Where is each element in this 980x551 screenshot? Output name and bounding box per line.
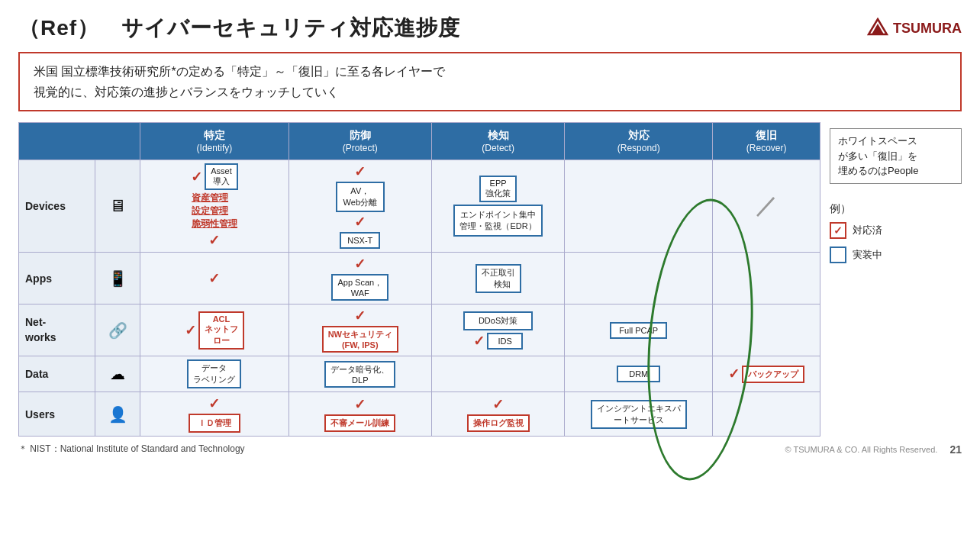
users-protect: ✓ 不審メール訓練 — [289, 392, 432, 437]
legend-title: 例） — [830, 202, 962, 216]
devices-icon: 🖥 — [95, 160, 140, 253]
users-detect: ✓ 操作ログ監視 — [432, 392, 565, 437]
header: （Ref） サイバーセキュリティ対応進捗度 TSUMURA — [18, 14, 962, 43]
legend-blue-label: 実装中 — [853, 248, 882, 262]
legend-blue-icon — [830, 246, 846, 263]
subtitle-line1: 米国 国立標準技術研究所*の定める「特定」～「復旧」に至る各レイヤーで — [34, 61, 946, 82]
data-label-box: データラベリング — [187, 359, 241, 388]
ddos-box: DDoS対策 — [463, 311, 533, 330]
futei-box: 不正取引 検知 — [475, 264, 521, 293]
devices-respond — [565, 160, 713, 253]
header-detect: 検知 (Detect) — [432, 123, 565, 160]
networks-identify: ✓ ACLネットフロー — [140, 304, 289, 356]
legend-section: 例） ✓ 対応済 実装中 — [830, 195, 962, 263]
logo: TSUMURA — [867, 18, 962, 39]
users-identify: ✓ ＩＤ管理 — [140, 392, 289, 437]
devices-protect: ✓ AV，Web分離 ✓ NSX-T — [289, 160, 432, 253]
apps-respond — [565, 253, 713, 304]
data-enc-box: データ暗号化、DLP — [324, 361, 395, 388]
table-row: Net-works 🔗 ✓ ACLネットフロー — [19, 304, 820, 356]
networks-protect: ✓ NWセキュリティ(FW, IPS) — [289, 304, 432, 356]
asset-box: Asset導入 — [205, 163, 238, 190]
devices-detect: EPP強化策 エンドポイント集中管理・監視（EDR） — [432, 160, 565, 253]
data-icon: ☁ — [95, 356, 140, 392]
av-box: AV，Web分離 — [336, 182, 385, 212]
devices-label: Devices — [19, 160, 95, 253]
oplog-box: 操作ログ監視 — [467, 414, 530, 432]
networks-respond: Full PCAP — [565, 304, 713, 356]
footer-note: ＊ NIST：National Institute of Standard an… — [18, 443, 245, 456]
devices-identify: ✓ Asset導入 資産管理 設定管理 脆弱性管理 ✓ — [140, 160, 289, 253]
apps-detect: 不正取引 検知 — [432, 253, 565, 304]
spam-box: 不審メール訓練 — [324, 414, 395, 432]
asset-mgmt1: 資産管理 — [192, 192, 228, 205]
edr-box: エンドポイント集中管理・監視（EDR） — [453, 205, 542, 237]
drm-box: DRM — [617, 366, 660, 382]
devices-recover: ／ — [713, 160, 820, 253]
data-recover: ✓ バックアップ — [713, 356, 820, 392]
appscan-box: App Scan，WAF — [331, 274, 388, 301]
acl-box: ACLネットフロー — [198, 311, 244, 350]
data-identify: データラベリング — [140, 356, 289, 392]
apps-protect: ✓ App Scan，WAF — [289, 253, 432, 304]
header-blank — [19, 123, 140, 160]
users-icon: 👤 — [95, 392, 140, 437]
data-respond: DRM — [565, 356, 713, 392]
asset-mgmt3: 脆弱性管理 — [192, 218, 237, 230]
legend-check-icon: ✓ — [830, 222, 846, 239]
apps-icon: 📱 — [95, 253, 140, 304]
apps-identify: ✓ — [140, 253, 289, 304]
asset-mgmt2: 設定管理 — [192, 205, 228, 218]
table-row: Users 👤 ✓ ＩＤ管理 ✓ 不審メール訓練 — [19, 392, 820, 437]
legend-item-check: ✓ 対応済 — [830, 222, 962, 239]
table-row: Devices 🖥 ✓ Asset導入 資産管理 — [19, 160, 820, 253]
main-title: （Ref） サイバーセキュリティ対応進捗度 — [18, 14, 460, 43]
legend-check-label: 対応済 — [853, 224, 882, 237]
epp-box: EPP強化策 — [479, 176, 517, 202]
incident-box: インシデントエキスパートサービス — [591, 400, 687, 429]
apps-label: Apps — [19, 253, 95, 304]
table-row: Apps 📱 ✓ ✓ App Scan，WAF — [19, 253, 820, 304]
networks-recover — [713, 304, 820, 356]
data-protect: データ暗号化、DLP — [289, 356, 432, 392]
users-label: Users — [19, 392, 95, 437]
backup-box: バックアップ — [742, 366, 804, 383]
data-detect — [432, 356, 565, 392]
data-label-cell: Data — [19, 356, 95, 392]
fullpcap-box: Full PCAP — [610, 322, 667, 339]
header-respond: 対応 (Respond) — [565, 123, 713, 160]
footer-right: © TSUMURA & CO. All Rights Reserved. 21 — [785, 443, 962, 456]
users-respond: インシデントエキスパートサービス — [565, 392, 713, 437]
tsumura-logo-icon — [867, 18, 888, 39]
nw-box: NWセキュリティ(FW, IPS) — [322, 326, 398, 353]
subtitle-line2: 視覚的に、対応策の進捗とバランスをウォッチしていく — [34, 82, 946, 102]
header-protect: 防御 (Protect) — [289, 123, 432, 160]
nsx-box: NSX-T — [340, 232, 380, 249]
header-identify: 特定 (Identify) — [140, 123, 289, 160]
subtitle-box: 米国 国立標準技術研究所*の定める「特定」～「復旧」に至る各レイヤーで 視覚的に… — [18, 52, 962, 111]
users-recover — [713, 392, 820, 437]
copyright: © TSUMURA & CO. All Rights Reserved. — [785, 445, 938, 454]
page-number: 21 — [949, 443, 962, 456]
slide: （Ref） サイバーセキュリティ対応進捗度 TSUMURA 米国 国立標準技術研… — [0, 0, 980, 551]
note-box: ホワイトスペース が多い「復旧」を 埋めるのはPeople — [830, 128, 962, 184]
footer: ＊ NIST：National Institute of Standard an… — [18, 443, 962, 456]
networks-icon: 🔗 — [95, 304, 140, 356]
apps-recover — [713, 253, 820, 304]
networks-label: Net-works — [19, 304, 95, 356]
table-row: Data ☁ データラベリング データ暗号化、DLP DRM — [19, 356, 820, 392]
logo-text: TSUMURA — [893, 21, 962, 37]
idmgmt-box: ＩＤ管理 — [189, 414, 240, 433]
ids-box: IDS — [487, 333, 522, 350]
legend-item-blue: 実装中 — [830, 246, 962, 263]
networks-detect: DDoS対策 ✓ IDS — [432, 304, 565, 356]
main-table: 特定 (Identify) 防御 (Protect) 検知 (Detect) — [18, 122, 820, 437]
header-recover: 復旧 (Recover) — [713, 123, 820, 160]
